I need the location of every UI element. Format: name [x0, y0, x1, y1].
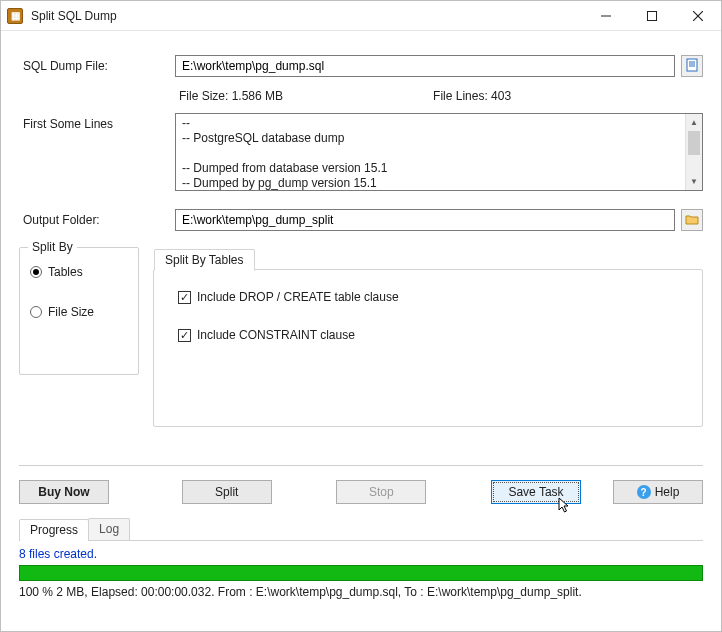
tab-log[interactable]: Log [88, 518, 130, 540]
file-icon [685, 58, 699, 75]
titlebar: ▦ Split SQL Dump [1, 1, 721, 31]
minimize-button[interactable] [583, 1, 629, 30]
first-lines-label: First Some Lines [19, 113, 159, 191]
include-constraint-checkbox[interactable] [178, 329, 191, 342]
progress-message: 8 files created. [19, 545, 703, 565]
radio-tables[interactable]: Tables [22, 252, 136, 292]
radio-filesize-label: File Size [48, 305, 94, 319]
folder-icon [685, 213, 699, 228]
svg-rect-4 [687, 59, 697, 71]
browse-folder-button[interactable] [681, 209, 703, 231]
save-task-button[interactable]: Save Task [491, 480, 581, 504]
dump-file-input[interactable] [175, 55, 675, 77]
radio-filesize[interactable]: File Size [22, 292, 136, 332]
radio-filesize-indicator [30, 306, 42, 318]
include-drop-checkbox[interactable] [178, 291, 191, 304]
maximize-button[interactable] [629, 1, 675, 30]
output-folder-label: Output Folder: [19, 213, 159, 227]
scroll-up-arrow[interactable]: ▲ [686, 114, 702, 131]
radio-tables-label: Tables [48, 265, 83, 279]
cursor-icon [558, 497, 572, 518]
include-constraint-row[interactable]: Include CONSTRAINT clause [178, 328, 678, 342]
split-by-title: Split By [28, 240, 77, 254]
preview-scrollbar[interactable]: ▲ ▼ [685, 114, 702, 190]
scroll-down-arrow[interactable]: ▼ [686, 173, 702, 190]
client-area: SQL Dump File: File Size: 1.586 MB File … [1, 31, 721, 631]
progress-bar [19, 565, 703, 581]
app-icon: ▦ [7, 8, 23, 24]
buy-now-button[interactable]: Buy Now [19, 480, 109, 504]
split-button[interactable]: Split [182, 480, 272, 504]
app-window: ▦ Split SQL Dump SQL Dump File: [0, 0, 722, 632]
close-button[interactable] [675, 1, 721, 30]
split-by-group: Split By Tables File Size [19, 247, 139, 375]
preview-text: -- -- PostgreSQL database dump -- Dumped… [176, 114, 702, 191]
include-constraint-label: Include CONSTRAINT clause [197, 328, 355, 342]
include-drop-row[interactable]: Include DROP / CREATE table clause [178, 290, 678, 304]
preview-box[interactable]: -- -- PostgreSQL database dump -- Dumped… [175, 113, 703, 191]
include-drop-label: Include DROP / CREATE table clause [197, 290, 399, 304]
file-lines-label: File Lines: 403 [433, 89, 511, 103]
help-icon: ? [637, 485, 651, 499]
file-size-label: File Size: 1.586 MB [179, 89, 283, 103]
browse-file-button[interactable] [681, 55, 703, 77]
tab-progress[interactable]: Progress [19, 519, 89, 541]
output-folder-input[interactable] [175, 209, 675, 231]
options-tab-panel: Split By Tables Include DROP / CREATE ta… [153, 269, 703, 427]
scroll-thumb[interactable] [688, 131, 700, 155]
progress-area: 8 files created. 100 % 2 MB, Elapsed: 00… [19, 541, 703, 603]
stop-button: Stop [336, 480, 426, 504]
radio-tables-indicator [30, 266, 42, 278]
svg-rect-1 [648, 11, 657, 20]
dump-file-label: SQL Dump File: [19, 59, 159, 73]
tab-split-by-tables[interactable]: Split By Tables [154, 249, 255, 271]
window-title: Split SQL Dump [31, 9, 117, 23]
help-button[interactable]: ? Help [613, 480, 703, 504]
status-line: 100 % 2 MB, Elapsed: 00:00:00.032. From … [19, 581, 703, 603]
